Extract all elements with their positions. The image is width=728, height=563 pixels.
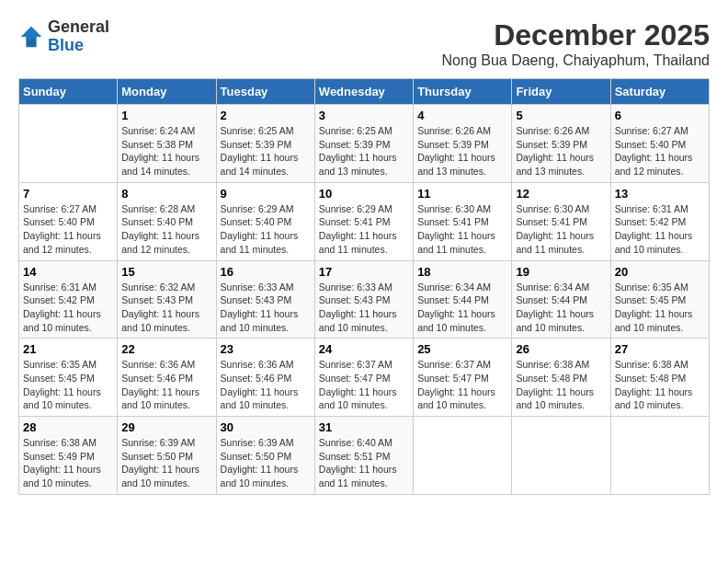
day-content: Sunrise: 6:27 AMSunset: 5:40 PMDaylight:… [615,124,705,178]
header-day-sunday: Sunday [19,79,118,105]
day-content: Sunrise: 6:29 AMSunset: 5:40 PMDaylight:… [221,202,311,257]
calendar-cell: 25Sunrise: 6:37 AMSunset: 5:47 PMDayligh… [414,339,512,417]
calendar-cell: 24Sunrise: 6:37 AMSunset: 5:47 PMDayligh… [314,339,413,417]
day-content: Sunrise: 6:26 AMSunset: 5:39 PMDaylight:… [516,124,606,178]
day-content: Sunrise: 6:36 AMSunset: 5:46 PMDaylight:… [221,358,311,412]
day-content: Sunrise: 6:30 AMSunset: 5:41 PMDaylight:… [516,202,606,257]
day-content: Sunrise: 6:31 AMSunset: 5:42 PMDaylight:… [23,281,113,335]
svg-marker-1 [21,27,41,40]
day-content: Sunrise: 6:33 AMSunset: 5:43 PMDaylight:… [319,281,409,335]
day-content: Sunrise: 6:25 AMSunset: 5:39 PMDaylight:… [221,124,311,178]
day-content: Sunrise: 6:29 AMSunset: 5:41 PMDaylight:… [319,202,409,257]
calendar-cell: 23Sunrise: 6:36 AMSunset: 5:46 PMDayligh… [216,339,314,417]
day-number: 14 [23,265,113,279]
day-content: Sunrise: 6:37 AMSunset: 5:47 PMDaylight:… [319,358,409,412]
day-content: Sunrise: 6:37 AMSunset: 5:47 PMDaylight:… [417,358,507,412]
day-content: Sunrise: 6:39 AMSunset: 5:50 PMDaylight:… [121,436,211,490]
day-number: 10 [319,187,409,201]
calendar-cell: 10Sunrise: 6:29 AMSunset: 5:41 PMDayligh… [314,182,413,260]
header-day-monday: Monday [118,79,216,105]
calendar-cell: 4Sunrise: 6:26 AMSunset: 5:39 PMDaylight… [414,105,512,183]
calendar-cell: 27Sunrise: 6:38 AMSunset: 5:48 PMDayligh… [610,339,709,417]
day-content: Sunrise: 6:26 AMSunset: 5:39 PMDaylight:… [417,124,507,178]
day-number: 29 [121,420,211,434]
calendar-cell: 19Sunrise: 6:34 AMSunset: 5:44 PMDayligh… [512,260,610,339]
day-content: Sunrise: 6:40 AMSunset: 5:51 PMDaylight:… [319,436,409,490]
day-number: 21 [23,342,113,356]
day-content: Sunrise: 6:32 AMSunset: 5:43 PMDaylight:… [121,281,211,335]
day-number: 13 [615,187,705,201]
calendar-cell: 7Sunrise: 6:27 AMSunset: 5:40 PMDaylight… [19,182,118,260]
header-day-friday: Friday [512,79,610,105]
calendar-cell: 14Sunrise: 6:31 AMSunset: 5:42 PMDayligh… [19,260,118,339]
calendar-cell: 3Sunrise: 6:25 AMSunset: 5:39 PMDaylight… [314,105,413,183]
calendar-cell: 17Sunrise: 6:33 AMSunset: 5:43 PMDayligh… [314,260,413,339]
calendar-cell: 20Sunrise: 6:35 AMSunset: 5:45 PMDayligh… [610,260,709,339]
day-number: 9 [221,187,311,201]
day-number: 4 [417,109,507,122]
week-row-1: 7Sunrise: 6:27 AMSunset: 5:40 PMDaylight… [19,182,710,260]
day-content: Sunrise: 6:30 AMSunset: 5:41 PMDaylight:… [417,202,507,257]
day-number: 1 [121,109,211,122]
calendar-cell: 13Sunrise: 6:31 AMSunset: 5:42 PMDayligh… [610,182,709,260]
day-number: 26 [516,342,606,356]
day-content: Sunrise: 6:24 AMSunset: 5:38 PMDaylight:… [121,124,211,178]
day-content: Sunrise: 6:34 AMSunset: 5:44 PMDaylight:… [516,281,606,335]
day-content: Sunrise: 6:28 AMSunset: 5:40 PMDaylight:… [121,202,211,257]
header-day-saturday: Saturday [610,79,709,105]
calendar-cell: 29Sunrise: 6:39 AMSunset: 5:50 PMDayligh… [118,417,216,495]
day-number: 6 [615,109,705,122]
day-number: 12 [516,187,606,201]
day-content: Sunrise: 6:31 AMSunset: 5:42 PMDaylight:… [615,202,705,257]
day-number: 17 [319,265,409,279]
day-content: Sunrise: 6:38 AMSunset: 5:48 PMDaylight:… [516,358,606,412]
day-content: Sunrise: 6:39 AMSunset: 5:50 PMDaylight:… [221,436,311,490]
day-number: 30 [221,420,311,434]
calendar-cell: 9Sunrise: 6:29 AMSunset: 5:40 PMDaylight… [216,182,314,260]
day-content: Sunrise: 6:25 AMSunset: 5:39 PMDaylight:… [319,124,409,178]
day-content: Sunrise: 6:36 AMSunset: 5:46 PMDaylight:… [121,358,211,412]
day-number: 18 [417,265,507,279]
day-number: 22 [121,342,211,356]
calendar-cell [19,105,118,183]
calendar-table: SundayMondayTuesdayWednesdayThursdayFrid… [18,78,710,495]
day-content: Sunrise: 6:34 AMSunset: 5:44 PMDaylight:… [417,281,507,335]
logo-icon [18,24,44,50]
calendar-cell: 30Sunrise: 6:39 AMSunset: 5:50 PMDayligh… [216,417,314,495]
calendar-cell: 22Sunrise: 6:36 AMSunset: 5:46 PMDayligh… [118,339,216,417]
calendar-cell: 18Sunrise: 6:34 AMSunset: 5:44 PMDayligh… [414,260,512,339]
title-block: December 2025 Nong Bua Daeng, Chaiyaphum… [442,18,710,69]
day-content: Sunrise: 6:35 AMSunset: 5:45 PMDaylight:… [615,281,705,335]
day-content: Sunrise: 6:38 AMSunset: 5:48 PMDaylight:… [615,358,705,412]
location-subtitle: Nong Bua Daeng, Chaiyaphum, Thailand [442,52,710,69]
day-content: Sunrise: 6:27 AMSunset: 5:40 PMDaylight:… [23,202,113,257]
day-number: 31 [319,420,409,434]
day-number: 11 [417,187,507,201]
day-content: Sunrise: 6:35 AMSunset: 5:45 PMDaylight:… [23,358,113,412]
header-row: SundayMondayTuesdayWednesdayThursdayFrid… [19,79,710,105]
calendar-cell: 21Sunrise: 6:35 AMSunset: 5:45 PMDayligh… [19,339,118,417]
header-day-tuesday: Tuesday [216,79,314,105]
week-row-3: 21Sunrise: 6:35 AMSunset: 5:45 PMDayligh… [19,339,710,417]
page-header: General Blue December 2025 Nong Bua Daen… [18,18,710,69]
calendar-cell: 6Sunrise: 6:27 AMSunset: 5:40 PMDaylight… [610,105,709,183]
day-number: 7 [23,187,113,201]
day-number: 23 [221,342,311,356]
day-number: 16 [221,265,311,279]
header-day-wednesday: Wednesday [314,79,413,105]
day-number: 19 [516,265,606,279]
calendar-cell: 26Sunrise: 6:38 AMSunset: 5:48 PMDayligh… [512,339,610,417]
day-number: 25 [417,342,507,356]
calendar-cell: 5Sunrise: 6:26 AMSunset: 5:39 PMDaylight… [512,105,610,183]
week-row-4: 28Sunrise: 6:38 AMSunset: 5:49 PMDayligh… [19,417,710,495]
calendar-cell: 16Sunrise: 6:33 AMSunset: 5:43 PMDayligh… [216,260,314,339]
calendar-cell: 11Sunrise: 6:30 AMSunset: 5:41 PMDayligh… [414,182,512,260]
calendar-cell: 28Sunrise: 6:38 AMSunset: 5:49 PMDayligh… [19,417,118,495]
logo-text: General Blue [48,18,109,55]
day-number: 15 [121,265,211,279]
logo: General Blue [18,18,109,55]
calendar-cell [610,417,709,495]
calendar-cell [414,417,512,495]
calendar-cell: 31Sunrise: 6:40 AMSunset: 5:51 PMDayligh… [314,417,413,495]
day-number: 2 [221,109,311,122]
